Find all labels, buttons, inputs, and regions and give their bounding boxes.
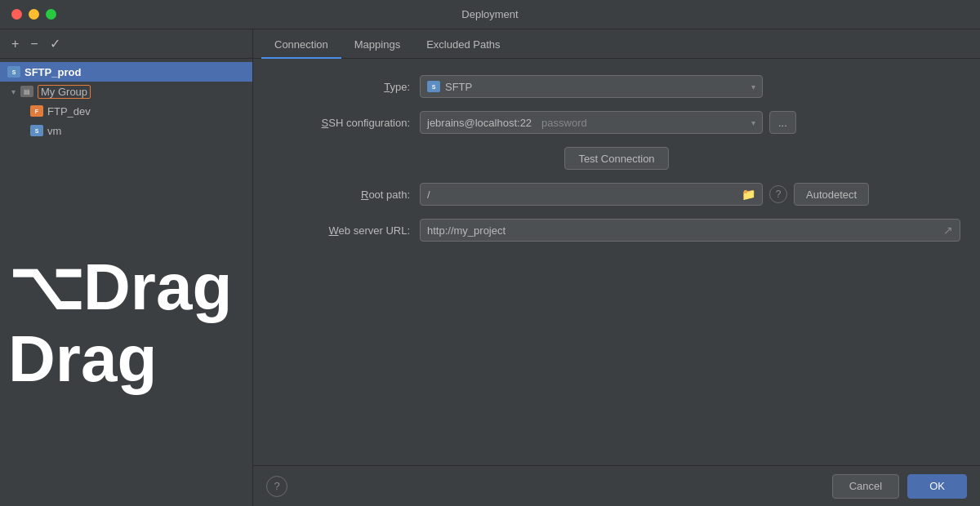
tab-mappings[interactable]: Mappings <box>341 33 413 59</box>
sidebar-tree: S SFTP_prod ▾ ▤ My Group F <box>0 59 252 506</box>
minimize-button[interactable] <box>29 9 39 20</box>
ssh-select-inner: jebrains@localhost:22 password <box>427 117 587 129</box>
type-select-inner: S SFTP <box>427 81 472 93</box>
tree-label-sftp-prod: SFTP_prod <box>24 66 81 78</box>
autodetect-button[interactable]: Autodetect <box>794 183 869 206</box>
sftp-icon: S <box>7 66 21 78</box>
ssh-chevron-icon: ▾ <box>751 118 755 127</box>
window-title: Deployment <box>461 8 518 20</box>
web-icon: ↗ <box>943 224 953 237</box>
main-content: + − ✓ S SFTP_prod ▾ ▤ <box>0 29 980 506</box>
sidebar-toolbar: + − ✓ <box>0 29 252 59</box>
ok-button[interactable]: OK <box>907 474 967 499</box>
maximize-button[interactable] <box>46 9 56 20</box>
ftp-icon: F <box>29 105 44 117</box>
help-icon[interactable]: ? <box>769 185 787 203</box>
type-label: Type: <box>273 81 420 93</box>
tree-label-vm: vm <box>47 125 61 137</box>
right-panel: Connection Mappings Excluded Paths Type: <box>253 29 980 506</box>
test-connection-button[interactable]: Test Connection <box>564 147 668 170</box>
title-bar: Deployment <box>0 0 980 29</box>
type-select[interactable]: S SFTP ▾ <box>420 75 763 98</box>
tree-item-ftp-dev[interactable]: F FTP_dev <box>0 101 252 121</box>
expand-icon: ▾ <box>7 85 20 98</box>
sftp-icon-vm: S <box>29 125 44 136</box>
tabs: Connection Mappings Excluded Paths <box>253 29 980 59</box>
tab-connection[interactable]: Connection <box>261 33 341 59</box>
ssh-label: SSH configuration: <box>273 117 420 129</box>
deployment-window: Deployment + − ✓ S SFTP_prod <box>0 0 980 506</box>
chevron-down-icon: ▾ <box>751 82 755 91</box>
add-server-button[interactable]: + <box>7 35 24 53</box>
ssh-more-button[interactable]: ... <box>769 111 796 134</box>
ssh-row: SSH configuration: jebrains@localhost:22… <box>273 111 960 134</box>
ssh-control: jebrains@localhost:22 password ▾ ... <box>420 111 960 134</box>
sftp-type-icon: S <box>427 81 440 92</box>
tree-item-vm[interactable]: S vm <box>0 121 252 140</box>
remove-server-button[interactable]: − <box>25 35 42 53</box>
tree-label-my-group: My Group <box>38 85 91 99</box>
type-row: Type: S SFTP ▾ <box>273 75 960 98</box>
cancel-button[interactable]: Cancel <box>832 474 899 499</box>
type-control: S SFTP ▾ <box>420 75 960 98</box>
ssh-select[interactable]: jebrains@localhost:22 password ▾ <box>420 111 763 134</box>
close-button[interactable] <box>11 9 22 20</box>
folder-icon: 📁 <box>742 188 755 201</box>
web-server-input[interactable]: http://my_project ↗ <box>420 219 960 242</box>
web-server-row: Web server URL: http://my_project ↗ <box>273 219 960 242</box>
footer: ? Cancel OK <box>253 465 980 506</box>
test-connection-row: Test Connection <box>273 147 960 170</box>
group-icon: ▤ <box>20 86 34 97</box>
root-path-control: / 📁 ? Autodetect <box>420 183 960 206</box>
tree-item-my-group[interactable]: ▾ ▤ My Group <box>0 82 252 101</box>
sidebar: + − ✓ S SFTP_prod ▾ ▤ <box>0 29 253 506</box>
root-path-input[interactable]: / 📁 <box>420 183 763 206</box>
root-path-label: Root path: <box>273 189 420 201</box>
form-content: Type: S SFTP ▾ <box>253 59 980 465</box>
confirm-button[interactable]: ✓ <box>45 34 65 53</box>
tree-label-ftp-dev: FTP_dev <box>47 105 91 118</box>
web-server-control: http://my_project ↗ <box>420 219 960 242</box>
help-button[interactable]: ? <box>266 476 287 497</box>
traffic-lights <box>11 9 56 20</box>
footer-left: ? <box>266 476 287 497</box>
root-path-row: Root path: / 📁 ? Autodetect <box>273 183 960 206</box>
tab-excluded-paths[interactable]: Excluded Paths <box>413 33 513 59</box>
footer-right: Cancel OK <box>832 474 967 499</box>
tree-item-sftp-prod[interactable]: S SFTP_prod <box>0 62 252 82</box>
web-server-label: Web server URL: <box>273 224 420 237</box>
